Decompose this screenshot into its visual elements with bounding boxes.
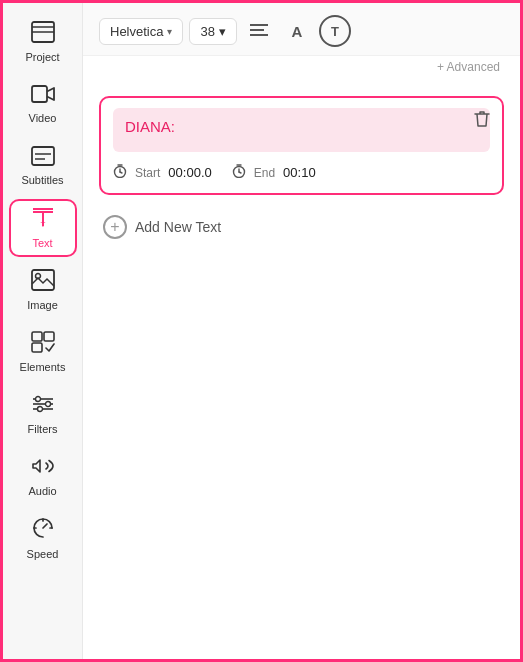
filters-icon — [31, 393, 55, 419]
font-size-display: 38 — [200, 24, 214, 39]
sidebar-item-subtitles-label: Subtitles — [21, 174, 63, 186]
video-icon — [31, 84, 55, 108]
font-style-a-button[interactable]: A — [281, 15, 313, 47]
sidebar-item-filters[interactable]: Filters — [9, 385, 77, 443]
project-icon — [31, 21, 55, 47]
end-value[interactable]: 00:10 — [283, 165, 316, 180]
size-selector[interactable]: 38 ▾ — [189, 18, 236, 45]
align-icon — [250, 22, 268, 40]
start-value[interactable]: 00:00.0 — [168, 165, 211, 180]
sidebar-item-image[interactable]: Image — [9, 261, 77, 319]
svg-line-31 — [120, 172, 122, 173]
toolbar: Helvetica ▾ 38 ▾ A T — [83, 3, 520, 56]
sidebar-item-video-label: Video — [29, 112, 57, 124]
font-selector[interactable]: Helvetica ▾ — [99, 18, 183, 45]
sidebar-item-audio-label: Audio — [28, 485, 56, 497]
sidebar-item-video[interactable]: Video — [9, 75, 77, 133]
svg-rect-3 — [32, 86, 47, 102]
sidebar-item-project-label: Project — [25, 51, 59, 63]
image-icon — [31, 269, 55, 295]
start-label: Start — [135, 166, 160, 180]
sidebar: Project Video Subtitles — [3, 3, 83, 659]
elements-icon — [31, 331, 55, 357]
sidebar-item-speed-label: Speed — [27, 548, 59, 560]
text-card: DIANA: Start — [99, 96, 504, 195]
svg-line-35 — [239, 172, 241, 173]
sidebar-item-audio[interactable]: Audio — [9, 447, 77, 505]
font-style-t-button[interactable]: T — [319, 15, 351, 47]
size-chevron-icon: ▾ — [219, 24, 226, 39]
svg-point-19 — [35, 397, 40, 402]
svg-point-20 — [45, 402, 50, 407]
plus-circle-icon: + — [103, 215, 127, 239]
add-new-text-label: Add New Text — [135, 219, 221, 235]
font-a-icon: A — [292, 23, 303, 40]
sidebar-item-subtitles[interactable]: Subtitles — [9, 137, 77, 195]
app-container: Project Video Subtitles — [3, 3, 520, 659]
svg-line-22 — [43, 524, 47, 528]
svg-rect-14 — [44, 332, 54, 341]
advanced-row: + Advanced — [83, 56, 520, 84]
text-card-content[interactable]: DIANA: — [113, 108, 490, 152]
svg-rect-15 — [32, 343, 42, 352]
svg-point-21 — [37, 407, 42, 412]
time-row: Start 00:00.0 End 00:10 — [113, 164, 490, 181]
align-button[interactable] — [243, 15, 275, 47]
sidebar-item-elements-label: Elements — [20, 361, 66, 373]
sidebar-item-speed[interactable]: Speed — [9, 509, 77, 567]
start-timer-icon — [113, 164, 127, 181]
panels-area: DIANA: Start — [83, 84, 520, 659]
svg-text:T: T — [40, 220, 45, 229]
subtitles-icon — [31, 146, 55, 170]
sidebar-item-elements[interactable]: Elements — [9, 323, 77, 381]
delete-text-button[interactable] — [472, 108, 492, 134]
svg-rect-13 — [32, 332, 42, 341]
add-new-text-button[interactable]: + Add New Text — [99, 207, 504, 247]
svg-rect-4 — [32, 147, 54, 165]
font-chevron-icon: ▾ — [167, 26, 172, 37]
font-t-icon: T — [331, 24, 339, 39]
advanced-link[interactable]: + Advanced — [433, 58, 504, 76]
sidebar-item-filters-label: Filters — [28, 423, 58, 435]
speed-icon — [31, 516, 55, 544]
sidebar-item-image-label: Image — [27, 299, 58, 311]
sidebar-item-text[interactable]: T Text — [9, 199, 77, 257]
main-content: Helvetica ▾ 38 ▾ A T — [83, 3, 520, 659]
audio-icon — [32, 455, 54, 481]
font-name-display: Helvetica — [110, 24, 163, 39]
text-icon: T — [30, 207, 56, 233]
end-timer-icon — [232, 164, 246, 181]
sidebar-item-text-label: Text — [32, 237, 52, 249]
sidebar-item-project[interactable]: Project — [9, 13, 77, 71]
end-label: End — [254, 166, 275, 180]
